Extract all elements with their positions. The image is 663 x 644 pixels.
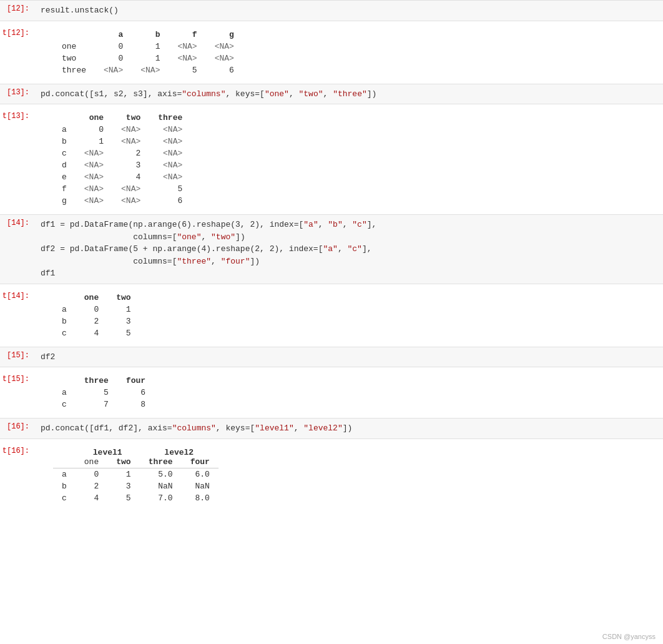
row-index: c [53, 147, 76, 159]
table-13-col-three: three [149, 112, 191, 124]
table-15-col-three: three [76, 375, 117, 387]
cell-val: <NA> [76, 159, 112, 171]
cell-val: NaN [140, 480, 182, 492]
table-14: one two a 0 1 b 2 3 [53, 292, 140, 339]
cell-val: <NA> [149, 124, 191, 136]
table-row: one 0 1 <NA> <NA> [53, 41, 243, 52]
table-12-col-g: g [206, 29, 243, 41]
table-13-col-two: two [112, 112, 149, 124]
cell-val: <NA> [76, 195, 112, 207]
table-row: a 0 1 [53, 304, 140, 315]
cell-val: <NA> [149, 171, 191, 183]
cell-12-input: [12]: result.unstack() [0, 0, 663, 21]
table-16-level1-header: level1 [76, 447, 140, 457]
cell-val: <NA> [149, 159, 191, 171]
cell-val: 3 [107, 480, 139, 492]
row-index: a [53, 304, 76, 315]
row-index: two [53, 52, 95, 64]
code-16: pd.concat([df1, df2], axis="columns", ke… [41, 422, 657, 435]
code-text-12: result.unstack() [41, 6, 119, 15]
code-14: df1 = pd.DataFrame(np.arange(6).reshape(… [41, 219, 657, 280]
table-row: c 4 5 7.0 8.0 [53, 492, 219, 504]
cell-val: <NA> [169, 52, 205, 64]
cell-val: <NA> [76, 183, 112, 195]
input-content-13: pd.concat([s1, s2, s3], axis="columns", … [34, 84, 663, 104]
cell-val: <NA> [132, 64, 169, 76]
table-row: c 4 5 [53, 327, 140, 339]
cell-val: <NA> [112, 195, 149, 207]
input-content-15: df2 [34, 347, 663, 367]
output-label-12: t[12]: [0, 25, 34, 80]
output-label-14: t[14]: [0, 288, 34, 343]
table-16-sub-three: three [140, 457, 182, 468]
cell-val: <NA> [206, 41, 243, 52]
cell-14-input: [14]: df1 = pd.DataFrame(np.arange(6).re… [0, 214, 663, 284]
table-row: three <NA> <NA> 5 6 [53, 64, 243, 76]
table-15: three four a 5 6 c 7 8 [53, 375, 154, 410]
cell-val: 8.0 [182, 492, 219, 504]
output-content-14: one two a 0 1 b 2 3 [34, 288, 663, 343]
cell-val: 1 [76, 136, 112, 147]
cell-val: 3 [107, 315, 139, 327]
output-label-16: t[16]: [0, 443, 34, 508]
cell-val: 4 [76, 492, 107, 504]
cell-val: 6 [117, 387, 154, 399]
table-16-sub-one: one [76, 457, 107, 468]
cell-val: 3 [112, 159, 149, 171]
output-content-13: one two three a 0 <NA> <NA> [34, 108, 663, 211]
cell-val: 5 [169, 64, 205, 76]
notebook: [12]: result.unstack() t[12]: a b f g [0, 0, 663, 644]
cell-val: 0 [95, 52, 132, 64]
cell-13-output: t[13]: one two three a 0 [0, 104, 663, 214]
output-label-15: t[15]: [0, 371, 34, 414]
table-14-col-one: one [76, 292, 107, 304]
cell-val: <NA> [149, 136, 191, 147]
cell-val: <NA> [76, 171, 112, 183]
code-13: pd.concat([s1, s2, s3], axis="columns", … [41, 88, 657, 101]
cell-13-input: [13]: pd.concat([s1, s2, s3], axis="colu… [0, 84, 663, 105]
watermark-label: CSDN @yancyss [602, 633, 656, 640]
cell-val: 6.0 [182, 468, 219, 480]
cell-val: 8 [117, 399, 154, 410]
cell-val: 2 [112, 147, 149, 159]
input-label-12: [12]: [0, 1, 34, 21]
cell-val: 6 [149, 195, 191, 207]
table-row: a 0 <NA> <NA> [53, 124, 191, 136]
cell-val: 0 [95, 41, 132, 52]
code-15: df2 [41, 351, 657, 364]
cell-val: 1 [132, 41, 169, 52]
cell-val: 1 [107, 468, 139, 480]
row-index: e [53, 171, 76, 183]
cell-val: <NA> [206, 52, 243, 64]
input-label-14: [14]: [0, 215, 34, 284]
input-content-14: df1 = pd.DataFrame(np.arange(6).reshape(… [34, 215, 663, 284]
cell-val: <NA> [95, 64, 132, 76]
table-15-col-four: four [117, 375, 154, 387]
row-index: a [53, 124, 76, 136]
table-12-col-a: a [95, 29, 132, 41]
table-16: level1 level2 one two three four a [53, 447, 219, 504]
table-14-col-two: two [107, 292, 139, 304]
table-14-idx-header [53, 292, 76, 304]
cell-val: 2 [76, 480, 107, 492]
cell-val: 4 [76, 327, 107, 339]
cell-val: 2 [76, 315, 107, 327]
table-12-col-f: f [169, 29, 205, 41]
table-16-top-header-row: level1 level2 [53, 447, 219, 457]
cell-val: <NA> [112, 183, 149, 195]
cell-val: 0 [76, 124, 112, 136]
table-12-col-b: b [132, 29, 169, 41]
cell-val: 7 [76, 399, 117, 410]
table-16-sub-four: four [182, 457, 219, 468]
row-index: d [53, 159, 76, 171]
table-row: e <NA> 4 <NA> [53, 171, 191, 183]
output-content-15: three four a 5 6 c 7 8 [34, 371, 663, 414]
table-row: d <NA> 3 <NA> [53, 159, 191, 171]
table-row: a 0 1 5.0 6.0 [53, 468, 219, 480]
cell-val: <NA> [76, 147, 112, 159]
output-content-12: a b f g one 0 1 <NA> <NA> [34, 25, 663, 80]
table-row: c 7 8 [53, 399, 154, 410]
table-row: b 2 3 NaN NaN [53, 480, 219, 492]
cell-val: <NA> [112, 124, 149, 136]
row-index: b [53, 136, 76, 147]
